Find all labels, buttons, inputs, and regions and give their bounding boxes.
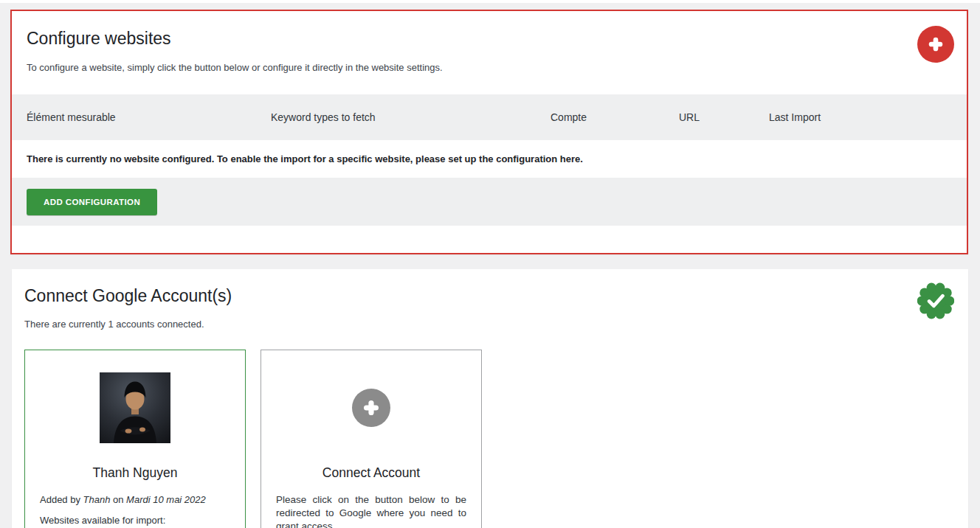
connect-account-description: Please click on the button below to be r… (276, 493, 466, 528)
col-header-compte: Compte (536, 111, 664, 123)
empty-state-row: There is currently no website configured… (12, 140, 967, 178)
avatar (100, 372, 170, 443)
added-by-user: Thanh (83, 494, 111, 505)
added-by-connector: on (110, 494, 126, 505)
actions-row: ADD CONFIGURATION (12, 178, 967, 226)
connect-account-card[interactable]: Connect Account Please click on the butt… (260, 350, 482, 528)
account-card: Thanh Nguyen Added by Thanh on Mardi 10 … (24, 350, 246, 528)
plus-icon (917, 26, 954, 63)
configure-panel-subtitle: To configure a website, simply click the… (27, 63, 952, 73)
account-name: Thanh Nguyen (40, 465, 230, 480)
verified-badge-icon (917, 282, 954, 319)
connect-icon-area (276, 350, 466, 465)
add-circle-icon[interactable] (917, 26, 954, 63)
configure-panel-header: Configure websites To configure a websit… (12, 11, 967, 73)
plus-circle-icon (352, 389, 390, 427)
top-divider (0, 0, 980, 3)
col-header-url: URL (664, 111, 754, 123)
added-by-prefix: Added by (40, 494, 83, 505)
added-by-line: Added by Thanh on Mardi 10 mai 2022 (40, 494, 230, 505)
empty-state-message: There is currently no website configured… (27, 153, 583, 164)
google-accounts-panel: Connect Google Account(s) There are curr… (12, 269, 968, 528)
col-header-element-mesurable: Élément mesurable (12, 111, 256, 123)
websites-table-header: Élément mesurable Keyword types to fetch… (12, 94, 967, 140)
added-by-date: Mardi 10 mai 2022 (126, 494, 206, 505)
websites-available-label: Websites available for import: (40, 515, 230, 526)
add-configuration-button[interactable]: ADD CONFIGURATION (27, 189, 157, 215)
configure-panel-footer-space (12, 226, 967, 253)
account-cards: Thanh Nguyen Added by Thanh on Mardi 10 … (24, 350, 956, 528)
account-photo-area (40, 350, 230, 465)
accounts-status-text: There are currently 1 accounts connected… (24, 319, 956, 330)
connect-account-title: Connect Account (276, 465, 466, 480)
configure-websites-panel: Configure websites To configure a websit… (10, 10, 968, 254)
col-header-last-import: Last Import (754, 111, 967, 123)
col-header-keyword-types: Keyword types to fetch (256, 111, 536, 123)
page-title: Configure websites (27, 29, 952, 48)
accounts-panel-title: Connect Google Account(s) (24, 286, 956, 305)
